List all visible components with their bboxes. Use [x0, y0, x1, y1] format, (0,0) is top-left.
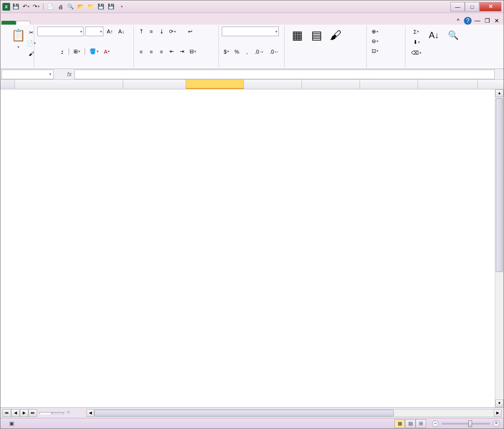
wb-minimize-icon[interactable]: —	[474, 17, 481, 25]
increase-indent-icon[interactable]: ⇥	[177, 47, 186, 57]
orientation-icon[interactable]: ⟳▾	[167, 27, 178, 36]
column-header-G[interactable]	[418, 80, 478, 89]
copy-icon[interactable]: 📄▾	[25, 38, 38, 48]
save-icon[interactable]: 💾	[12, 2, 20, 11]
decrease-indent-icon[interactable]: ⇤	[167, 47, 176, 57]
cell-styles-button[interactable]: 🖌	[326, 27, 346, 45]
last-sheet-icon[interactable]: ⏭	[29, 409, 37, 417]
format-cells-button[interactable]: ⊡ ▾	[370, 46, 380, 56]
scroll-thumb[interactable]	[496, 98, 503, 272]
decrease-font-icon[interactable]: A↓	[116, 27, 127, 36]
wrap-text-icon[interactable]: ↩	[186, 27, 194, 36]
percent-icon[interactable]: %	[232, 47, 241, 57]
fx-icon[interactable]: fx	[64, 71, 74, 78]
font-size-combo[interactable]	[85, 27, 103, 36]
delete-cells-button[interactable]: ⊖ ▾	[370, 36, 380, 46]
wb-close-icon[interactable]: ✕	[493, 17, 501, 25]
new-sheet-icon[interactable]: ✧	[66, 409, 77, 417]
comma-icon[interactable]: ,	[243, 47, 251, 57]
help-icon[interactable]: ?	[464, 17, 472, 25]
close-button[interactable]: ✕	[479, 2, 502, 12]
scroll-up-icon[interactable]: ▲	[495, 89, 504, 97]
page-break-view-icon[interactable]: ⊞	[416, 419, 426, 428]
increase-font-icon[interactable]: A↑	[105, 27, 115, 36]
wb-restore-icon[interactable]: ❐	[483, 17, 491, 25]
align-middle-icon[interactable]: ≡	[147, 27, 156, 36]
align-right-icon[interactable]: ≡	[157, 47, 166, 57]
fill-color-icon[interactable]: 🪣▾	[87, 47, 101, 57]
minimize-button[interactable]: —	[450, 2, 465, 12]
hscroll-thumb[interactable]	[94, 410, 394, 416]
underline-button[interactable]: ▾	[58, 47, 66, 57]
next-sheet-icon[interactable]: ▶	[20, 409, 29, 417]
maximize-button[interactable]: □	[465, 2, 479, 12]
tab-insert[interactable]	[30, 21, 45, 25]
column-header-C[interactable]	[186, 80, 244, 89]
page-layout-view-icon[interactable]: ▤	[405, 419, 416, 428]
vertical-scrollbar[interactable]: ▲ ▼	[495, 89, 504, 407]
sort-filter-button[interactable]: A↓	[424, 27, 444, 58]
clear-icon[interactable]: ⌫▾	[409, 48, 423, 58]
new-icon[interactable]: 📄	[46, 2, 55, 11]
formula-input[interactable]	[74, 70, 495, 79]
zoom-slider[interactable]	[442, 423, 490, 425]
format-painter-icon[interactable]: 🖌	[25, 49, 38, 58]
zoom-in-icon[interactable]: +	[493, 420, 500, 427]
sheet-tab-idea-tracker[interactable]	[52, 412, 64, 415]
bold-button[interactable]	[37, 47, 46, 57]
column-header-E[interactable]	[302, 80, 360, 89]
normal-view-icon[interactable]: ▦	[394, 419, 405, 428]
save2-icon[interactable]: 💾	[97, 2, 105, 11]
font-name-combo[interactable]	[37, 27, 84, 36]
horizontal-scrollbar[interactable]: ◀ ▶	[86, 409, 502, 417]
merge-icon[interactable]: ⊟▾	[187, 47, 198, 57]
tab-data[interactable]	[74, 21, 88, 25]
macro-record-icon[interactable]: ▣	[9, 420, 14, 427]
align-bottom-icon[interactable]: ⤓	[157, 27, 166, 36]
align-top-icon[interactable]: ⤒	[137, 27, 145, 36]
currency-icon[interactable]: $▾	[222, 47, 231, 57]
undo-icon[interactable]: ↶▾	[22, 2, 30, 11]
zoom-out-icon[interactable]: –	[432, 420, 439, 427]
increase-decimal-icon[interactable]: .0→	[253, 47, 266, 57]
sheet-grid[interactable]: ▲ ▼	[0, 80, 504, 407]
conditional-formatting-button[interactable]: ▦	[288, 27, 307, 45]
column-header-B[interactable]	[123, 80, 186, 89]
tab-formulas[interactable]	[59, 21, 74, 25]
column-header-F[interactable]	[360, 80, 418, 89]
name-box[interactable]: ▾	[1, 70, 54, 79]
select-all-corner[interactable]	[0, 80, 15, 89]
font-color-icon[interactable]: A▾	[102, 47, 112, 57]
cut-icon[interactable]: ✂	[25, 28, 38, 37]
autosum-icon[interactable]: Σ▾	[409, 27, 423, 37]
open-folder-icon[interactable]: 📁	[86, 2, 95, 11]
border-icon[interactable]: ⊞▾	[72, 47, 82, 57]
column-header-D[interactable]	[244, 80, 302, 89]
zoom-slider-handle[interactable]	[468, 420, 472, 427]
tab-file[interactable]	[1, 21, 16, 25]
print-preview-icon[interactable]: 🔍	[66, 2, 75, 11]
open-icon[interactable]: 📂	[76, 2, 85, 11]
tab-home[interactable]	[16, 21, 30, 25]
format-as-table-button[interactable]: ▤	[307, 27, 326, 45]
column-header-A[interactable]	[15, 80, 123, 89]
redo-icon[interactable]: ↷▾	[32, 2, 41, 11]
insert-cells-button[interactable]: ⊕ ▾	[370, 27, 380, 36]
print-icon[interactable]: 🖨	[56, 2, 65, 11]
minimize-ribbon-icon[interactable]: ^	[454, 17, 462, 25]
tab-page-layout[interactable]	[45, 21, 59, 25]
find-select-button[interactable]: 🔍	[444, 27, 463, 58]
sheet-tab-active[interactable]	[39, 412, 52, 415]
number-format-combo[interactable]	[222, 27, 279, 36]
tab-review[interactable]	[88, 21, 103, 25]
qat-more-icon[interactable]: ▾	[117, 2, 126, 11]
first-sheet-icon[interactable]: ⏮	[2, 409, 11, 417]
italic-button[interactable]	[47, 47, 56, 57]
fill-icon[interactable]: ⬇▾	[409, 37, 423, 47]
tab-view[interactable]	[103, 21, 117, 25]
decrease-decimal-icon[interactable]: .0←	[268, 47, 281, 57]
align-left-icon[interactable]: ≡	[137, 47, 145, 57]
saveas-icon[interactable]: 💾	[107, 2, 115, 11]
scroll-down-icon[interactable]: ▼	[495, 400, 504, 407]
scroll-right-icon[interactable]: ▶	[494, 409, 502, 417]
